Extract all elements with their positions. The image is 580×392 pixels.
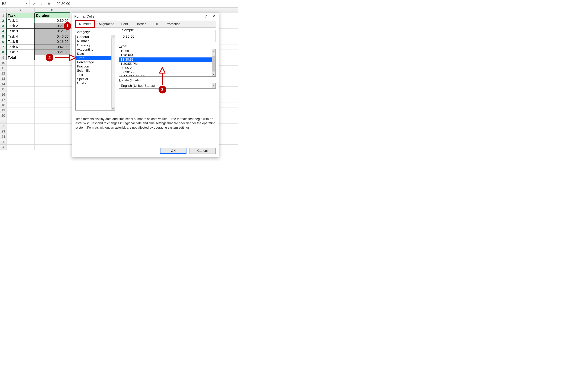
tab-fill[interactable]: Fill bbox=[150, 20, 161, 27]
cell-a[interactable] bbox=[6, 129, 35, 134]
cell-b[interactable] bbox=[35, 81, 70, 87]
category-item[interactable]: Fraction bbox=[76, 64, 115, 69]
cell-a[interactable] bbox=[6, 118, 35, 124]
cell-b[interactable] bbox=[35, 129, 70, 134]
cell-a[interactable]: Task 1 bbox=[6, 18, 35, 23]
tab-alignment[interactable]: Alignment bbox=[95, 20, 117, 27]
dropdown-icon[interactable]: ▾ bbox=[212, 83, 215, 88]
cell-b[interactable] bbox=[35, 139, 70, 145]
cancel-entry-icon[interactable]: ✕ bbox=[33, 1, 36, 6]
cell-a[interactable] bbox=[6, 97, 35, 103]
row-header[interactable]: 6 bbox=[0, 39, 6, 44]
cell-b[interactable] bbox=[35, 124, 70, 129]
scroll-up-icon[interactable]: ▲ bbox=[111, 35, 115, 38]
row-header[interactable]: 5 bbox=[0, 34, 6, 39]
row-header[interactable]: 13 bbox=[0, 76, 6, 81]
cell-a[interactable] bbox=[6, 113, 35, 118]
cell-b[interactable] bbox=[35, 66, 70, 71]
help-icon[interactable]: ? bbox=[205, 14, 207, 19]
row-header[interactable]: 21 bbox=[0, 118, 6, 124]
cell-b[interactable] bbox=[35, 92, 70, 97]
cell-a[interactable] bbox=[6, 139, 35, 145]
cell-a[interactable]: Task 7 bbox=[6, 50, 35, 55]
type-list[interactable]: 13:301:30 PM13:30:551:30:55 PM30:55.237:… bbox=[119, 49, 216, 77]
cell-a[interactable] bbox=[6, 108, 35, 113]
row-header[interactable]: 14 bbox=[0, 81, 6, 87]
cell-a[interactable]: Task 3 bbox=[6, 29, 35, 34]
cell-a[interactable] bbox=[6, 87, 35, 92]
cell-a[interactable] bbox=[6, 76, 35, 81]
cell-a[interactable]: Task 2 bbox=[6, 23, 35, 29]
type-item[interactable]: 37:30:55 bbox=[119, 70, 215, 74]
cell-b[interactable] bbox=[35, 97, 70, 103]
row-header[interactable]: 2 bbox=[0, 18, 6, 23]
category-item[interactable]: General bbox=[76, 35, 115, 39]
cell-a[interactable] bbox=[6, 92, 35, 97]
category-list[interactable]: GeneralNumberCurrencyAccountingDateTimeP… bbox=[75, 35, 115, 111]
tab-number[interactable]: Number bbox=[75, 20, 95, 27]
locale-select[interactable]: English (United States) ▾ bbox=[119, 83, 216, 89]
col-header-B[interactable]: B bbox=[35, 7, 70, 13]
category-item[interactable]: Scientific bbox=[76, 69, 115, 73]
cell-a[interactable]: Total bbox=[6, 55, 35, 60]
scrollbar[interactable]: ▲ ▼ bbox=[212, 49, 215, 76]
cell-b[interactable]: 0:16:00 bbox=[35, 39, 70, 44]
cell-b[interactable]: 0:42:00 bbox=[35, 44, 70, 50]
scroll-down-icon[interactable]: ▼ bbox=[111, 107, 115, 110]
cancel-button[interactable]: Cancel bbox=[189, 148, 216, 154]
row-header[interactable]: 11 bbox=[0, 66, 6, 71]
type-item[interactable]: 3-14-12 1:30 PM bbox=[119, 74, 215, 77]
cell-a[interactable]: Task 4 bbox=[6, 34, 35, 39]
scroll-up-icon[interactable]: ▲ bbox=[212, 49, 215, 53]
row-header[interactable]: 4 bbox=[0, 29, 6, 34]
cell-b[interactable] bbox=[35, 113, 70, 118]
cell-a[interactable] bbox=[6, 103, 35, 108]
row-header[interactable]: 16 bbox=[0, 92, 6, 97]
category-item[interactable]: Currency bbox=[76, 43, 115, 47]
cell-b[interactable] bbox=[35, 118, 70, 124]
tab-border[interactable]: Border bbox=[132, 20, 149, 27]
cell-a[interactable] bbox=[6, 134, 35, 139]
row-header[interactable]: 24 bbox=[0, 134, 6, 139]
row-header[interactable]: 17 bbox=[0, 97, 6, 103]
type-item[interactable]: 13:30:55 bbox=[119, 57, 215, 62]
category-item[interactable]: Accounting bbox=[76, 47, 115, 52]
scrollbar[interactable]: ▲ ▼ bbox=[111, 35, 115, 110]
cell-a[interactable] bbox=[6, 71, 35, 76]
row-header[interactable]: 1 bbox=[0, 13, 6, 18]
row-header[interactable]: 3 bbox=[0, 23, 6, 29]
row-header[interactable]: 9 bbox=[0, 55, 6, 60]
row-header[interactable]: 26 bbox=[0, 145, 6, 150]
cell-b[interactable] bbox=[35, 145, 70, 150]
row-header[interactable]: 15 bbox=[0, 87, 6, 92]
category-item[interactable]: Text bbox=[76, 73, 115, 77]
cell-a[interactable] bbox=[6, 124, 35, 129]
tab-font[interactable]: Font bbox=[118, 20, 132, 27]
accept-entry-icon[interactable]: ✓ bbox=[40, 1, 43, 6]
row-header[interactable]: 7 bbox=[0, 44, 6, 50]
cell-a[interactable] bbox=[6, 81, 35, 87]
row-header[interactable]: 18 bbox=[0, 103, 6, 108]
type-item[interactable]: 30:55.2 bbox=[119, 66, 215, 70]
row-header[interactable]: 22 bbox=[0, 124, 6, 129]
cell-a[interactable] bbox=[6, 145, 35, 150]
close-icon[interactable]: ✕ bbox=[211, 13, 217, 19]
cell-b[interactable]: 0:54:00 bbox=[35, 29, 70, 34]
cell-b[interactable]: 0:46:00 bbox=[35, 34, 70, 39]
category-item[interactable]: Custom bbox=[76, 81, 115, 85]
cell-a[interactable] bbox=[6, 60, 35, 66]
row-header[interactable]: 23 bbox=[0, 129, 6, 134]
tab-protection[interactable]: Protection bbox=[162, 20, 184, 27]
cell-a[interactable]: Task bbox=[6, 13, 35, 18]
row-header[interactable]: 25 bbox=[0, 139, 6, 145]
cell-b[interactable] bbox=[35, 134, 70, 139]
select-all-corner[interactable] bbox=[0, 7, 6, 13]
row-header[interactable]: 8 bbox=[0, 50, 6, 55]
category-item[interactable]: Number bbox=[76, 39, 115, 43]
scroll-down-icon[interactable]: ▼ bbox=[212, 73, 215, 76]
ok-button[interactable]: OK bbox=[160, 148, 186, 154]
cell-a[interactable] bbox=[6, 66, 35, 71]
category-item[interactable]: Date bbox=[76, 52, 115, 56]
dropdown-icon[interactable]: ▼ bbox=[26, 2, 28, 5]
category-item[interactable]: Percentage bbox=[76, 60, 115, 64]
